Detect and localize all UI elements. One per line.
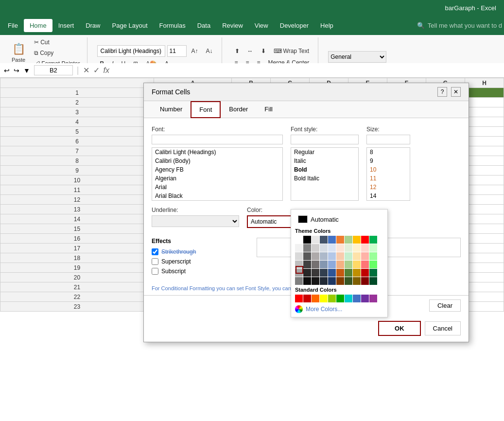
formula-input[interactable] <box>113 67 500 74</box>
align-bottom-button[interactable]: ⬇ <box>258 46 269 56</box>
theme-swatch-r1c5[interactable] <box>336 244 344 252</box>
theme-swatch-r4c0[interactable] <box>295 269 303 277</box>
theme-swatch-r0c6[interactable] <box>345 236 352 244</box>
theme-swatch-r1c9[interactable] <box>369 244 377 252</box>
theme-swatch-r1c3[interactable] <box>320 244 328 252</box>
cell-r16c7[interactable] <box>465 234 504 244</box>
row-header-10[interactable]: 10 <box>0 175 154 185</box>
row-header-9[interactable]: 9 <box>0 166 154 175</box>
undo-button[interactable]: ↩ <box>4 67 10 74</box>
align-middle-button[interactable]: ↔ <box>244 46 256 56</box>
cell-r7c7[interactable] <box>465 146 504 156</box>
font-item-5[interactable]: Arial Black <box>152 192 282 200</box>
std-swatch-4[interactable] <box>328 295 336 302</box>
menu-file[interactable]: File <box>2 19 24 32</box>
font-style-field[interactable] <box>291 135 359 144</box>
tab-fill[interactable]: Fill <box>256 101 281 118</box>
row-header-15[interactable]: 15 <box>0 224 154 234</box>
cut-button[interactable]: ✂ Cut <box>31 37 83 47</box>
theme-swatch-r3c6[interactable] <box>345 261 352 268</box>
cancel-formula-icon[interactable]: ✕ <box>83 66 89 75</box>
automatic-color-option[interactable]: Automatic <box>295 213 383 225</box>
cell-r20c7[interactable] <box>465 273 504 282</box>
insert-function-icon[interactable]: fx <box>104 66 109 75</box>
row-header-17[interactable]: 17 <box>0 244 154 253</box>
menu-insert[interactable]: Insert <box>52 19 80 32</box>
theme-swatch-r5c0[interactable] <box>295 277 303 285</box>
col-header-h[interactable]: H <box>465 78 504 88</box>
theme-swatch-r3c8[interactable] <box>361 261 369 268</box>
menu-formulas[interactable]: Formulas <box>154 19 191 32</box>
theme-swatch-r5c7[interactable] <box>353 277 361 285</box>
size-item-5[interactable]: 14 <box>367 192 410 200</box>
menu-draw[interactable]: Draw <box>80 19 106 32</box>
row-header-22[interactable]: 22 <box>0 292 154 302</box>
theme-swatch-r0c4[interactable] <box>328 236 336 244</box>
theme-swatch-r2c6[interactable] <box>345 252 352 260</box>
menu-home[interactable]: Home <box>24 19 52 32</box>
theme-swatch-r5c4[interactable] <box>328 277 336 285</box>
row-header-20[interactable]: 20 <box>0 273 154 282</box>
subscript-checkbox[interactable] <box>152 268 158 275</box>
menu-page-layout[interactable]: Page Layout <box>106 19 154 32</box>
cell-r22c7[interactable] <box>465 292 504 302</box>
theme-swatch-r2c4[interactable] <box>328 252 336 260</box>
cell-r6c7[interactable] <box>465 137 504 146</box>
size-item-4[interactable]: 12 <box>367 183 410 192</box>
std-swatch-2[interactable] <box>312 295 319 302</box>
row-header-2[interactable]: 2 <box>0 98 154 107</box>
std-swatch-8[interactable] <box>361 295 369 302</box>
cell-r2c7[interactable] <box>465 98 504 107</box>
cancel-button[interactable]: Cancel <box>425 321 461 335</box>
quick-access-button[interactable]: ▼ <box>23 67 30 74</box>
paste-button[interactable]: 📋 Paste <box>8 41 29 65</box>
cell-r17c7[interactable] <box>465 244 504 253</box>
theme-swatch-r4c3[interactable] <box>320 269 328 277</box>
font-size-list[interactable]: 8 9 10 11 12 14 <box>366 147 410 201</box>
theme-swatch-r0c3[interactable] <box>320 236 328 244</box>
font-item-0[interactable]: Calibri Light (Headings) <box>152 148 282 157</box>
font-item-1[interactable]: Calibri (Body) <box>152 157 282 165</box>
theme-swatch-r4c4[interactable] <box>328 269 336 277</box>
cell-r12c7[interactable] <box>465 195 504 205</box>
theme-swatch-r2c8[interactable] <box>361 252 369 260</box>
row-header-14[interactable]: 14 <box>0 214 154 224</box>
theme-swatch-r5c2[interactable] <box>312 277 319 285</box>
clear-button[interactable]: Clear <box>429 299 461 312</box>
font-decrease-btn[interactable]: A↓ <box>203 45 216 57</box>
theme-swatch-r1c4[interactable] <box>328 244 336 252</box>
theme-swatch-r1c6[interactable] <box>345 244 352 252</box>
font-item-2[interactable]: Agency FB <box>152 165 282 174</box>
theme-swatch-r2c9[interactable] <box>369 252 377 260</box>
font-name-field[interactable] <box>152 135 283 144</box>
theme-swatch-r0c9[interactable] <box>369 236 377 244</box>
theme-swatch-r5c6[interactable] <box>345 277 352 285</box>
cell-r18c7[interactable] <box>465 253 504 263</box>
cell-r11c7[interactable] <box>465 185 504 195</box>
row-header-8[interactable]: 8 <box>0 156 154 166</box>
menu-data[interactable]: Data <box>191 19 216 32</box>
font-item-4[interactable]: Arial <box>152 183 282 192</box>
style-item-1[interactable]: Italic <box>291 157 358 165</box>
size-item-2[interactable]: 10 <box>367 165 410 174</box>
theme-swatch-r4c5[interactable] <box>336 269 344 277</box>
cell-r21c7[interactable] <box>465 282 504 292</box>
theme-swatch-r2c2[interactable] <box>312 252 319 260</box>
theme-swatch-r2c1[interactable] <box>303 252 311 260</box>
std-swatch-3[interactable] <box>320 295 328 302</box>
theme-swatch-r2c7[interactable] <box>353 252 361 260</box>
underline-select[interactable]: Single Double <box>152 215 239 227</box>
row-header-7[interactable]: 7 <box>0 146 154 156</box>
theme-swatch-r1c1[interactable] <box>303 244 311 252</box>
copy-button[interactable]: ⧉ Copy <box>31 48 83 58</box>
row-header-23[interactable]: 23 <box>0 302 154 312</box>
theme-swatch-r5c3[interactable] <box>320 277 328 285</box>
theme-swatch-r2c0[interactable] <box>295 252 303 260</box>
cell-r9c7[interactable] <box>465 166 504 175</box>
theme-swatch-r3c7[interactable] <box>353 261 361 268</box>
row-header-16[interactable]: 16 <box>0 234 154 244</box>
theme-swatch-r5c8[interactable] <box>361 277 369 285</box>
style-item-2[interactable]: Bold <box>291 165 358 174</box>
theme-swatch-r3c1[interactable] <box>303 261 311 268</box>
theme-swatch-r0c2[interactable] <box>312 236 319 244</box>
